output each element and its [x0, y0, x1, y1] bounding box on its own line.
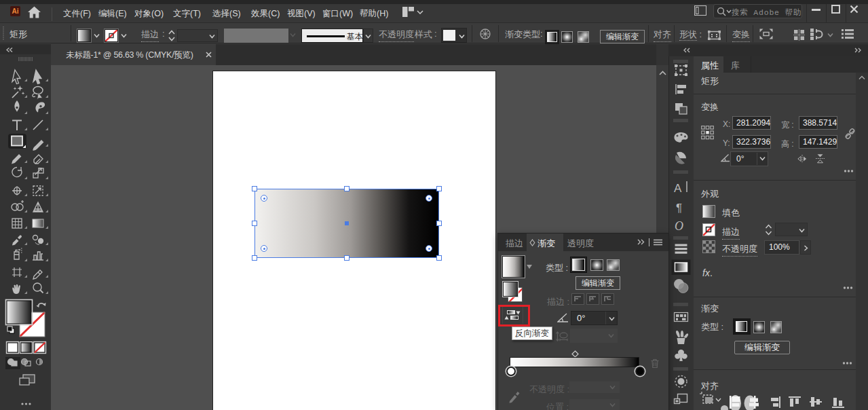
- svg-text:¶: ¶: [676, 202, 682, 215]
- svg-text:O: O: [675, 219, 683, 233]
- svg-text:A: A: [674, 182, 682, 195]
